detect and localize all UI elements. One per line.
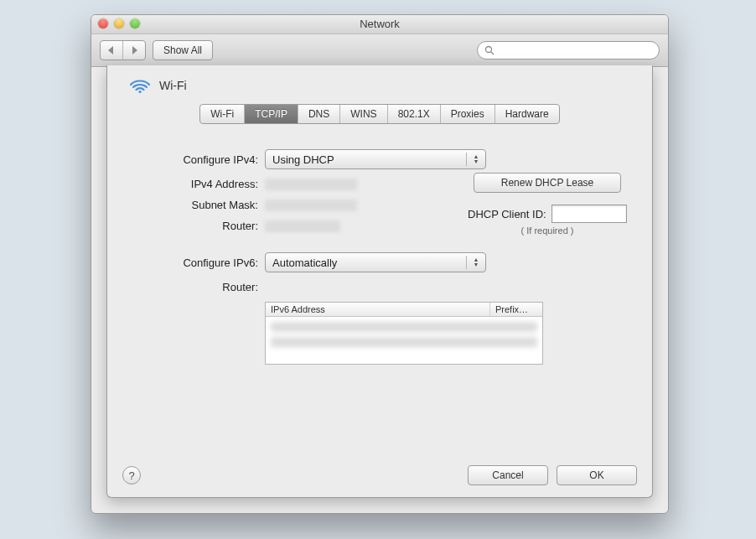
- wifi-icon: [129, 77, 151, 94]
- dhcp-side: Renew DHCP Lease DHCP Client ID: ( If re…: [468, 173, 627, 236]
- svg-marker-1: [132, 46, 137, 54]
- ipv6-table: IPv6 Address Prefix…: [265, 302, 543, 365]
- dhcp-client-id-label: DHCP Client ID:: [468, 208, 546, 220]
- cancel-button[interactable]: Cancel: [468, 465, 548, 485]
- updown-icon: ▲▼: [466, 256, 482, 269]
- minimize-window-button[interactable]: [114, 18, 124, 29]
- router-label: Router:: [132, 220, 265, 232]
- dhcp-client-id-hint: ( If required ): [468, 225, 627, 236]
- settings-sheet: Wi-Fi Wi-FiTCP/IPDNSWINS802.1XProxiesHar…: [106, 65, 653, 498]
- tab-wifi[interactable]: Wi-Fi: [200, 105, 245, 123]
- dhcp-client-id-input[interactable]: [551, 205, 627, 223]
- nav-back-button[interactable]: [101, 41, 123, 60]
- tab-dns[interactable]: DNS: [298, 105, 340, 123]
- router-value-redacted: [265, 220, 340, 232]
- sheet-footer: ? Cancel OK: [107, 457, 652, 497]
- svg-point-4: [138, 91, 141, 93]
- updown-icon: ▲▼: [466, 153, 482, 166]
- renew-dhcp-lease-label: Renew DHCP Lease: [501, 177, 594, 189]
- subnet-mask-value-redacted: [265, 200, 357, 211]
- zoom-window-button[interactable]: [130, 18, 140, 29]
- configure-ipv4-select[interactable]: Using DHCP ▲▼: [265, 149, 486, 169]
- svg-point-2: [486, 47, 492, 53]
- window-controls: [98, 18, 140, 29]
- ipv6-table-header: IPv6 Address Prefix…: [266, 303, 542, 317]
- window-title: Network: [360, 18, 400, 30]
- sheet-header: Wi-Fi: [107, 65, 652, 99]
- configure-ipv6-select[interactable]: Automatically ▲▼: [265, 252, 486, 272]
- tab-8021x[interactable]: 802.1X: [388, 105, 441, 123]
- ipv4-address-value-redacted: [265, 179, 357, 190]
- cancel-label: Cancel: [492, 469, 523, 481]
- configure-ipv4-value: Using DHCP: [272, 153, 334, 166]
- ipv6-row-redacted: [271, 322, 537, 332]
- search-icon: [484, 45, 495, 55]
- titlebar: Network: [91, 15, 668, 34]
- divider: [121, 124, 639, 125]
- svg-marker-0: [108, 46, 113, 54]
- form-area: Configure IPv4: Using DHCP ▲▼ IPv4 Addre…: [107, 134, 652, 457]
- ipv6-table-body: [266, 317, 542, 364]
- ipv6-col-address: IPv6 Address: [266, 303, 490, 316]
- help-button[interactable]: ?: [122, 466, 141, 485]
- ipv6-col-prefix: Prefix…: [490, 303, 542, 316]
- configure-ipv4-label: Configure IPv4:: [132, 153, 265, 166]
- preferences-window: Network Show All Ethe FireWire Bluetooth…: [91, 14, 669, 514]
- tab-tcpip[interactable]: TCP/IP: [245, 105, 298, 123]
- show-all-label: Show All: [163, 44, 202, 56]
- renew-dhcp-lease-button[interactable]: Renew DHCP Lease: [474, 173, 621, 193]
- tab-hardware[interactable]: Hardware: [495, 105, 559, 123]
- ok-button[interactable]: OK: [557, 465, 637, 485]
- nav-back-forward: [100, 40, 146, 60]
- svg-line-3: [491, 52, 494, 54]
- tab-proxies[interactable]: Proxies: [441, 105, 495, 123]
- show-all-button[interactable]: Show All: [153, 40, 213, 60]
- search-field[interactable]: [477, 41, 660, 60]
- configure-ipv6-value: Automatically: [272, 257, 337, 269]
- help-label: ?: [128, 469, 134, 482]
- sheet-title: Wi-Fi: [159, 79, 187, 92]
- ipv6-router-label: Router:: [132, 281, 265, 293]
- subnet-mask-label: Subnet Mask:: [132, 199, 265, 211]
- nav-forward-button[interactable]: [123, 41, 145, 60]
- close-window-button[interactable]: [98, 18, 108, 29]
- toolbar: Show All: [91, 34, 668, 67]
- configure-ipv6-label: Configure IPv6:: [132, 257, 265, 269]
- ipv6-row-redacted: [271, 337, 537, 347]
- ok-label: OK: [589, 469, 603, 481]
- tab-wins[interactable]: WINS: [340, 105, 387, 123]
- tab-bar: Wi-FiTCP/IPDNSWINS802.1XProxiesHardware: [107, 99, 652, 124]
- tab-segment: Wi-FiTCP/IPDNSWINS802.1XProxiesHardware: [199, 104, 559, 124]
- ipv4-address-label: IPv4 Address:: [132, 178, 265, 190]
